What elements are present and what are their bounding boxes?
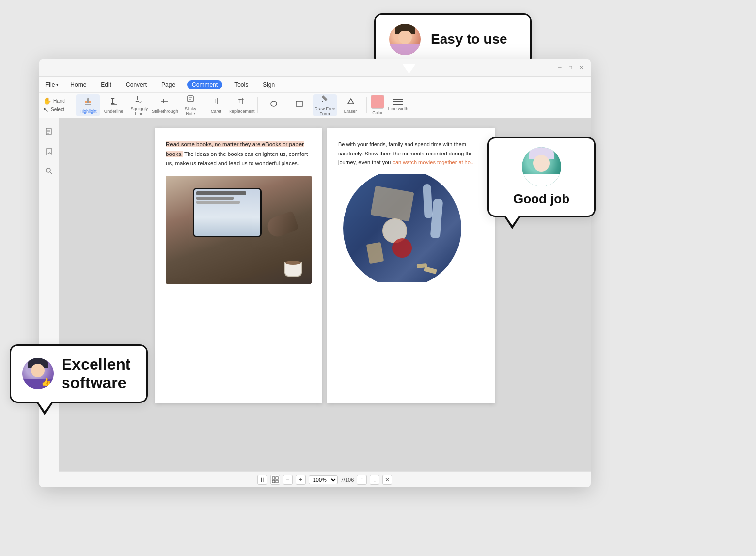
eraser-tool[interactable]: Eraser: [339, 94, 362, 116]
ellipse-tool[interactable]: [262, 94, 285, 116]
page-left: Read some books, no matter they are eBoo…: [155, 128, 322, 403]
menu-home[interactable]: Home: [67, 80, 89, 89]
toolbar: ✋ Hand ↖ Select Highlight: [39, 93, 591, 118]
svg-rect-28: [276, 477, 278, 479]
table-image: [338, 174, 484, 282]
pencil-icon: [320, 94, 329, 105]
svg-text:T: T: [238, 98, 242, 104]
close-button[interactable]: ✕: [578, 64, 585, 71]
minimize-button[interactable]: ─: [556, 64, 563, 71]
replacement-icon: T: [237, 97, 246, 108]
tablet-image: [166, 176, 312, 284]
sidebar-bookmark-icon[interactable]: [43, 146, 55, 157]
highlight-tool[interactable]: Highlight: [76, 94, 100, 116]
line-width-icon: [393, 99, 403, 105]
app-window: ─ □ ✕ File ▾ Home Edit Convert Page Comm…: [39, 59, 591, 487]
zoom-out-button[interactable]: −: [283, 475, 293, 485]
sticky-note-tool[interactable]: Sticky Note: [179, 94, 202, 116]
page-indicator: 7/106: [341, 477, 354, 483]
rect-tool[interactable]: [287, 94, 311, 116]
replacement-tool[interactable]: T Replacement: [230, 94, 253, 116]
tablet-scene: [166, 176, 312, 284]
excellent-software-text: Excellent software: [62, 355, 131, 393]
pause-button[interactable]: ⏸: [257, 475, 267, 485]
menu-comment[interactable]: Comment: [187, 80, 222, 89]
menu-sign[interactable]: Sign: [260, 80, 278, 89]
svg-rect-8: [188, 96, 193, 102]
menu-page[interactable]: Page: [158, 80, 178, 89]
orange-link-text: can watch movies together at ho...: [392, 159, 475, 165]
draw-free-form-tool[interactable]: Draw Free Form: [313, 94, 337, 116]
svg-rect-17: [296, 101, 302, 106]
menu-bar: File ▾ Home Edit Convert Page Comment To…: [39, 77, 591, 93]
good-job-text: Good job: [513, 191, 569, 207]
toolbar-separator-1: [72, 97, 72, 113]
eraser-icon: [346, 97, 355, 108]
svg-text:T: T: [213, 98, 217, 105]
sticky-note-icon: [186, 94, 195, 105]
menu-tools[interactable]: Tools: [231, 80, 251, 89]
color-swatch: [371, 95, 384, 109]
page-up-button[interactable]: ↑: [357, 475, 367, 485]
avatar-easy-to-use: [389, 24, 421, 55]
layout-button[interactable]: [270, 475, 280, 485]
left-sidebar: [39, 118, 59, 487]
underline-tool[interactable]: T Underline: [102, 94, 126, 116]
svg-text:T: T: [136, 95, 140, 102]
bubble-good-job: Good job: [487, 137, 596, 217]
avatar-excellent: 👍: [22, 358, 54, 389]
caret-icon: T: [212, 97, 220, 108]
title-bar: ─ □ ✕: [39, 59, 591, 77]
strikethrough-tool[interactable]: T Strikethrough: [153, 94, 177, 116]
zoom-in-button[interactable]: +: [296, 475, 306, 485]
page-right: Be with your friends, family and spend t…: [327, 128, 495, 403]
page-down-button[interactable]: ↓: [370, 475, 379, 485]
hand-select-group: ✋ Hand ↖ Select: [43, 97, 65, 113]
menu-convert[interactable]: Convert: [123, 80, 150, 89]
page-left-text: Read some books, no matter they are eBoo…: [166, 140, 312, 169]
svg-rect-27: [272, 477, 275, 479]
ellipse-icon: [269, 99, 278, 110]
svg-rect-18: [322, 95, 328, 101]
svg-rect-1: [87, 98, 89, 103]
svg-point-16: [271, 101, 277, 106]
sidebar-search-icon[interactable]: [43, 165, 55, 177]
svg-marker-20: [348, 99, 354, 104]
svg-line-26: [50, 172, 52, 174]
close-status-button[interactable]: ✕: [382, 475, 392, 485]
rect-icon: [295, 99, 304, 110]
avatar-good-job: [522, 147, 561, 186]
underline-icon: T: [109, 97, 118, 108]
menu-file[interactable]: File ▾: [45, 81, 59, 88]
bubble-easy-to-use: Easy to use: [374, 13, 532, 65]
toolbar-separator-2: [257, 97, 258, 113]
toolbar-separator-3: [366, 97, 367, 113]
zoom-select[interactable]: 100% 75% 125% 150%: [309, 475, 338, 484]
select-tool[interactable]: ↖ Select: [43, 106, 65, 113]
maximize-button[interactable]: □: [567, 64, 574, 71]
highlight-icon: [84, 97, 93, 108]
line-width-picker[interactable]: Line width: [386, 95, 410, 115]
strikethrough-icon: T: [160, 97, 169, 108]
sidebar-pages-icon[interactable]: [43, 126, 55, 138]
caret-tool[interactable]: T Caret: [204, 94, 228, 116]
body-text-left: The ideas on the books can enlighten us,…: [166, 151, 308, 167]
svg-point-25: [46, 168, 50, 172]
menu-edit[interactable]: Edit: [98, 80, 114, 89]
svg-marker-19: [322, 101, 323, 102]
bubble-excellent: 👍 Excellent software: [10, 344, 148, 403]
status-bar: ⏸ − + 100% 75% 125% 150%: [59, 471, 591, 487]
easy-to-use-text: Easy to use: [431, 31, 507, 47]
svg-text:T: T: [111, 97, 115, 104]
svg-rect-29: [272, 480, 275, 483]
color-picker[interactable]: Color: [371, 95, 384, 115]
page-right-text-top: Be with your friends, family and spend t…: [338, 140, 484, 167]
hand-tool[interactable]: ✋ Hand: [43, 97, 65, 105]
svg-rect-30: [276, 480, 278, 483]
squiggly-line-tool[interactable]: T Squiggly Line: [127, 94, 151, 116]
squiggly-line-icon: T: [135, 94, 144, 105]
